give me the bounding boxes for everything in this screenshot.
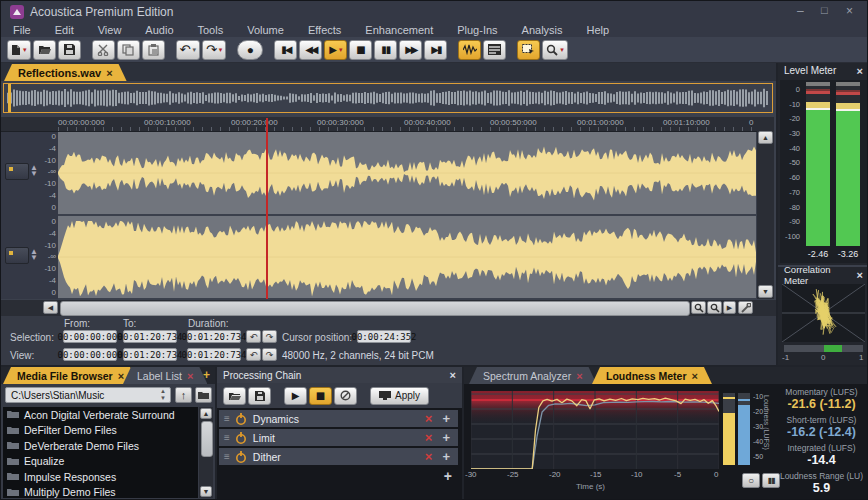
undo-button[interactable]: ↶ ▾	[176, 40, 200, 60]
go-to-start-button[interactable]: ▮◀	[274, 40, 297, 60]
menu-tools[interactable]: Tools	[186, 24, 236, 36]
chain-bypass-button[interactable]	[334, 387, 357, 405]
close-icon[interactable]: ×	[106, 67, 112, 79]
chain-open-button[interactable]	[223, 387, 246, 405]
view-from-field[interactable]: 00:00:00:000	[63, 348, 117, 361]
waveform-channel-1[interactable]	[58, 132, 756, 214]
add-icon[interactable]: +	[442, 411, 450, 426]
close-icon[interactable]: ×	[857, 269, 863, 281]
tab-media-file-browser[interactable]: Media File Browser ×	[3, 367, 138, 384]
new-file-button[interactable]: ▾	[7, 40, 31, 60]
selection-duration-field[interactable]: 00:01:20:734	[187, 330, 241, 343]
remove-icon[interactable]: ×	[425, 449, 433, 464]
channel1-controls[interactable]	[5, 163, 29, 180]
go-to-end-button[interactable]: ▶▮	[424, 40, 447, 60]
loudness-reset-button[interactable]: ○	[742, 473, 760, 488]
chain-item-dynamics[interactable]: ≡ Dynamics × +	[219, 410, 458, 427]
record-button[interactable]: ●	[237, 40, 263, 60]
list-item[interactable]: Impulse Responses	[3, 469, 198, 485]
pause-button[interactable]: ▮▮	[374, 40, 397, 60]
scroll-right-button[interactable]: ▶	[723, 301, 736, 314]
menu-edit[interactable]: Edit	[43, 24, 86, 36]
playback-cursor[interactable]	[266, 118, 268, 299]
media-file-list[interactable]: Acon Digital Verberate Surround DeFilter…	[3, 407, 198, 498]
menu-analysis[interactable]: Analysis	[510, 24, 575, 36]
zoom-in-button[interactable]	[691, 301, 706, 314]
correlation-meter-title-bar[interactable]: Correlation Meter ×	[778, 267, 868, 282]
add-tab-button[interactable]: +	[203, 368, 210, 382]
tab-loudness-meter[interactable]: Loudness Meter ×	[592, 367, 712, 384]
power-icon[interactable]	[235, 413, 247, 425]
ruler-settings-button[interactable]	[738, 301, 753, 314]
timeline-ruler[interactable]: 00:00:00:000 00:00:10:000 00:00:20:000 0…	[1, 117, 757, 132]
drag-handle-icon[interactable]: ≡	[224, 451, 230, 462]
tab-spectrum-analyzer[interactable]: Spectrum Analyzer ×	[469, 367, 597, 384]
multichannel-view-button[interactable]	[483, 40, 506, 60]
add-icon[interactable]: +	[442, 430, 450, 445]
add-effect-button[interactable]: +	[444, 468, 452, 484]
scroll-thumb[interactable]	[201, 421, 213, 457]
scrub-button[interactable]	[458, 40, 481, 60]
spinner-up-icon[interactable]: ▲	[160, 388, 166, 394]
scroll-down-button[interactable]: ▼	[758, 285, 773, 298]
close-icon[interactable]: ×	[450, 369, 456, 381]
menu-plugins[interactable]: Plug-Ins	[445, 24, 509, 36]
hscroll-thumb[interactable]	[60, 301, 690, 316]
channel2-controls[interactable]	[5, 247, 29, 264]
close-icon[interactable]: ×	[692, 370, 698, 382]
maximize-button[interactable]: □	[821, 4, 828, 16]
close-icon[interactable]: ×	[187, 370, 193, 382]
chain-item-dither[interactable]: ≡ Dither × +	[219, 448, 458, 465]
chevron-down-icon[interactable]: ▾	[219, 46, 223, 54]
waveform-channel-2[interactable]	[58, 216, 756, 298]
list-item[interactable]: DeVerberate Demo Files	[3, 438, 198, 454]
chevron-down-icon[interactable]: ▾	[339, 46, 343, 54]
drag-handle-icon[interactable]: ≡	[224, 432, 230, 443]
spinner-down-icon[interactable]: ▼	[160, 395, 166, 401]
view-undo-button[interactable]: ↶	[246, 348, 261, 361]
zoom-tool-button[interactable]: ▾	[542, 40, 568, 60]
cut-button[interactable]	[92, 40, 115, 60]
stop-button[interactable]: ■	[349, 40, 372, 60]
tab-reflections[interactable]: Reflections.wav ×	[4, 64, 127, 81]
copy-button[interactable]	[117, 40, 140, 60]
waveform-vscrollbar[interactable]: ▲ ▼	[757, 117, 774, 299]
drag-handle-icon[interactable]: ≡	[224, 413, 230, 424]
selection-from-field[interactable]: 00:00:00:000	[63, 330, 117, 343]
overview-cursor[interactable]	[8, 84, 11, 112]
browse-folder-button[interactable]	[195, 387, 212, 403]
add-icon[interactable]: +	[442, 449, 450, 464]
close-icon[interactable]: ×	[576, 370, 582, 382]
menu-volume[interactable]: Volume	[235, 24, 296, 36]
scroll-left-button[interactable]: ◀	[43, 301, 58, 314]
chain-stop-button[interactable]: ■	[309, 387, 332, 405]
rewind-button[interactable]: ◀◀	[299, 40, 322, 60]
minimize-button[interactable]: –	[797, 4, 804, 18]
selection-redo-button[interactable]: ↷	[262, 330, 277, 343]
apply-button[interactable]: Apply	[370, 387, 429, 405]
list-item[interactable]: DeFilter Demo Files	[3, 423, 198, 439]
open-button[interactable]	[33, 40, 56, 60]
chain-save-button[interactable]	[248, 387, 271, 405]
menu-effects[interactable]: Effects	[296, 24, 353, 36]
list-item[interactable]: Multiply Demo Files	[3, 485, 198, 499]
path-dropdown[interactable]: C:\Users\Stian\Music ▲ ▼	[5, 387, 171, 403]
scroll-down-button[interactable]: ▼	[200, 486, 212, 497]
selection-to-field[interactable]: 00:01:20:734	[123, 330, 177, 343]
save-button[interactable]	[58, 40, 81, 60]
media-list-scrollbar[interactable]: ▲ ▼	[199, 407, 213, 498]
selection-tool-button[interactable]	[517, 40, 540, 60]
chain-item-limit[interactable]: ≡ Limit × +	[219, 429, 458, 446]
chevron-down-icon[interactable]: ▾	[192, 46, 196, 54]
play-button[interactable]: ▶ ▾	[324, 40, 347, 60]
view-redo-button[interactable]: ↷	[262, 348, 277, 361]
redo-button[interactable]: ↷ ▾	[202, 40, 226, 60]
close-icon[interactable]: ×	[857, 65, 863, 77]
waveform-hscrollbar[interactable]: ◀ ▶	[1, 300, 776, 316]
remove-icon[interactable]: ×	[425, 430, 433, 445]
close-button[interactable]: ×	[846, 4, 853, 18]
chevron-down-icon[interactable]: ▾	[23, 46, 27, 54]
channel2-resize-arrows[interactable]: ▼	[30, 253, 38, 262]
view-to-field[interactable]: 00:01:20:734	[123, 348, 177, 361]
folder-up-button[interactable]: ↑	[175, 387, 192, 403]
